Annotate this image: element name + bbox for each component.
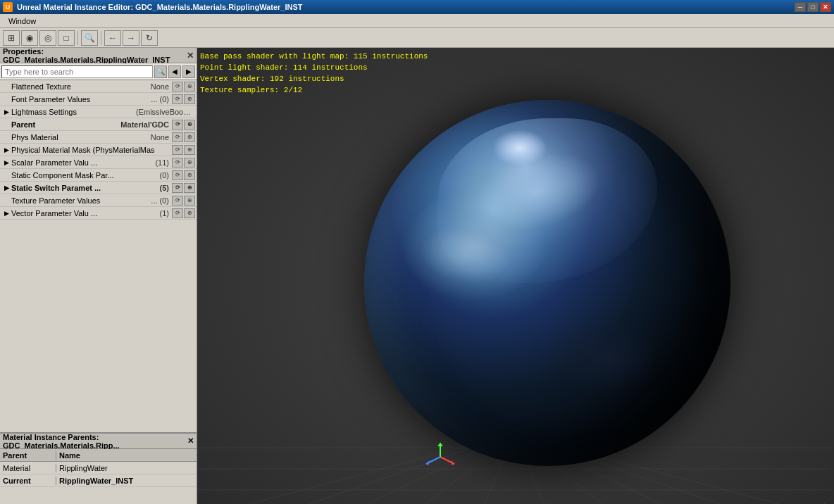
prop-icons-10: ⟳⊕ — [172, 208, 195, 218]
toolbar-button-2[interactable]: ◎ — [39, 30, 56, 46]
toolbar-button-0[interactable]: ⊞ — [3, 30, 20, 46]
parents-col-parent-0: Material — [0, 464, 56, 472]
prop-expand-1 — [1, 94, 11, 104]
search-input[interactable] — [1, 65, 153, 78]
prop-name-5: Physical Material Mask (PhysMaterialMas — [11, 146, 169, 154]
toolbar-separator-2 — [101, 31, 101, 45]
prop-icons-1: ⟳⊕ — [172, 94, 195, 104]
search-next-button[interactable]: ▶ — [182, 65, 195, 78]
property-row-10[interactable]: ▶Vector Parameter Valu ...(1)⟳⊕ — [0, 207, 197, 220]
toolbar-button-forward[interactable]: → — [123, 30, 139, 46]
prop-expand-5[interactable]: ▶ — [1, 145, 11, 155]
prop-icon-btn-use-1[interactable]: ⟳ — [172, 94, 183, 104]
prop-icon-btn-use-10[interactable]: ⟳ — [172, 208, 183, 218]
property-row-2[interactable]: ▶Lightmass Settings(EmissiveBoost=(Pa — [0, 106, 197, 118]
prop-icon-btn-use-6[interactable]: ⟳ — [172, 158, 183, 168]
info-line-1: Point light shader: 114 instructions — [200, 62, 428, 73]
search-bar: 🔍 ◀ ▶ — [0, 63, 197, 80]
minimize-button[interactable]: ─ — [795, 2, 806, 12]
sphere-container — [364, 100, 730, 466]
prop-expand-6[interactable]: ▶ — [1, 158, 11, 168]
prop-expand-2[interactable]: ▶ — [1, 107, 11, 117]
info-line-3: Texture samplers: 2/12 — [200, 84, 428, 96]
parents-col-name-1: RipplingWater_INST — [56, 477, 197, 485]
parents-table: Parent Name MaterialRipplingWaterCurrent… — [0, 449, 197, 504]
window-title: Unreal Material Instance Editor: GDC_Mat… — [17, 3, 302, 11]
prop-value-8: (5) — [160, 184, 169, 192]
prop-expand-4 — [1, 132, 11, 142]
toolbar-button-3[interactable]: □ — [58, 30, 75, 46]
property-row-7[interactable]: Static Component Mask Par...(0)⟳⊕ — [0, 169, 197, 182]
property-row-3[interactable]: ParentMaterial'GDC⟳⊕ — [0, 118, 197, 131]
col-parent-header: Parent — [0, 451, 56, 460]
property-row-9[interactable]: Texture Parameter Values... (0)⟳⊕ — [0, 194, 197, 207]
table-header: Parent Name — [0, 449, 197, 462]
toolbar-button-1[interactable]: ◉ — [21, 30, 38, 46]
info-line-2: Vertex shader: 192 instructions — [200, 73, 428, 84]
prop-value-6: (11) — [155, 158, 169, 167]
prop-name-7: Static Component Mask Par... — [11, 171, 160, 179]
menu-window[interactable]: Window — [3, 15, 42, 27]
prop-icons-4: ⟳⊕ — [172, 132, 195, 142]
prop-name-8: Static Switch Paramet ... — [11, 184, 160, 192]
prop-expand-9 — [1, 196, 11, 206]
prop-icon-btn-use-4[interactable]: ⟳ — [172, 132, 183, 142]
prop-icon-btn-use-0[interactable]: ⟳ — [172, 82, 183, 92]
properties-header: Properties: GDC_Materials.Materials.Ripp… — [0, 48, 197, 63]
parents-panel: Material Instance Parents: GDC_Materials… — [0, 434, 197, 504]
toolbar-button-refresh[interactable]: ↻ — [141, 30, 158, 46]
property-row-0[interactable]: Flattened TextureNone⟳⊕ — [0, 80, 197, 93]
toolbar: ⊞ ◉ ◎ □ 🔍 ← → ↻ — [0, 28, 834, 48]
prop-icons-7: ⟳⊕ — [172, 170, 195, 180]
maximize-button[interactable]: □ — [807, 2, 819, 12]
menu-bar: Window — [0, 14, 834, 28]
prop-icon-btn-find-10[interactable]: ⊕ — [184, 208, 195, 218]
prop-icon-btn-use-7[interactable]: ⟳ — [172, 170, 183, 180]
viewport[interactable]: Base pass shader with light map: 115 ins… — [197, 48, 834, 504]
properties-close-button[interactable]: ✕ — [187, 51, 194, 61]
info-line-0: Base pass shader with light map: 115 ins… — [200, 51, 428, 62]
search-button[interactable]: 🔍 — [154, 65, 167, 78]
prop-icon-btn-find-1[interactable]: ⊕ — [184, 94, 195, 104]
prop-name-0: Flattened Texture — [11, 82, 151, 91]
parents-header: Material Instance Parents: GDC_Materials… — [0, 434, 197, 449]
prop-expand-0 — [1, 82, 11, 92]
property-row-6[interactable]: ▶Scalar Parameter Valu ...(11)⟳⊕ — [0, 156, 197, 169]
prop-icon-btn-find-7[interactable]: ⊕ — [184, 170, 195, 180]
prop-expand-10[interactable]: ▶ — [1, 208, 11, 218]
property-row-8[interactable]: ▶Static Switch Paramet ...(5)⟳⊕ — [0, 182, 197, 194]
prop-icon-btn-find-6[interactable]: ⊕ — [184, 158, 195, 168]
toolbar-button-back[interactable]: ← — [104, 30, 121, 46]
title-bar: U Unreal Material Instance Editor: GDC_M… — [0, 0, 834, 14]
prop-value-10: (1) — [160, 209, 169, 218]
toolbar-separator-1 — [77, 31, 78, 45]
prop-icon-btn-find-3[interactable]: ⊕ — [184, 120, 195, 130]
prop-icon-btn-use-9[interactable]: ⟳ — [172, 196, 183, 206]
prop-icon-btn-use-8[interactable]: ⟳ — [172, 183, 183, 193]
prop-name-10: Vector Parameter Valu ... — [11, 209, 160, 218]
prop-expand-8[interactable]: ▶ — [1, 183, 11, 193]
main-layout: Properties: GDC_Materials.Materials.Ripp… — [0, 48, 834, 504]
prop-icon-btn-find-0[interactable]: ⊕ — [184, 82, 195, 92]
prop-icon-btn-find-5[interactable]: ⊕ — [184, 145, 195, 155]
property-row-5[interactable]: ▶Physical Material Mask (PhysMaterialMas… — [0, 144, 197, 156]
svg-marker-17 — [437, 443, 443, 446]
prop-value-7: (0) — [160, 171, 169, 179]
close-button[interactable]: ✕ — [820, 2, 831, 12]
prop-icon-btn-find-8[interactable]: ⊕ — [184, 183, 195, 193]
prop-icon-btn-find-9[interactable]: ⊕ — [184, 196, 195, 206]
property-row-4[interactable]: Phys MaterialNone⟳⊕ — [0, 131, 197, 144]
col-name-header: Name — [56, 451, 197, 460]
prop-icons-3: ⟳⊕ — [172, 120, 195, 130]
toolbar-button-search[interactable]: 🔍 — [81, 30, 98, 46]
prop-icon-btn-use-3[interactable]: ⟳ — [172, 120, 183, 130]
prop-icon-btn-use-5[interactable]: ⟳ — [172, 145, 183, 155]
prop-expand-3 — [1, 120, 11, 130]
prop-name-2: Lightmass Settings — [11, 108, 136, 116]
property-row-1[interactable]: Font Parameter Values... (0)⟳⊕ — [0, 93, 197, 106]
search-prev-button[interactable]: ◀ — [168, 65, 181, 78]
prop-icon-btn-find-4[interactable]: ⊕ — [184, 132, 195, 142]
prop-name-4: Phys Material — [11, 133, 151, 141]
parents-close-button[interactable]: ✕ — [187, 436, 194, 446]
prop-value-4: None — [151, 133, 169, 141]
